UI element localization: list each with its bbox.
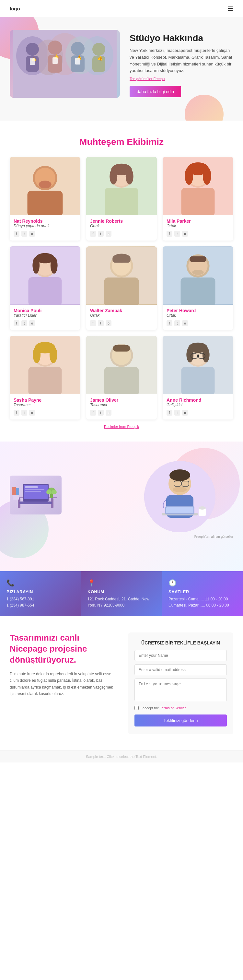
team-name-sasha: Sasha Payne — [14, 398, 76, 402]
twitter-icon[interactable]: t — [174, 410, 180, 415]
team-photo-mila — [163, 157, 233, 215]
svg-rect-95 — [16, 488, 19, 495]
team-card-jennie: Jennie Roberts Ortak f t o — [86, 157, 157, 240]
contact-text-phone: 1 (234) 567-891 1 (234) 987-654 — [6, 596, 75, 608]
cta-form-title: ÜCRETSIZ BİR TEKLİFLE BAŞLAYIN — [135, 640, 227, 646]
hamburger-icon[interactable]: ☰ — [227, 5, 233, 12]
team-credit[interactable]: Resimler from Freepik — [10, 425, 233, 429]
svg-point-111 — [173, 487, 187, 492]
facebook-icon[interactable]: f — [14, 410, 19, 415]
instagram-icon[interactable]: o — [29, 410, 35, 415]
svg-rect-97 — [25, 489, 44, 490]
twitter-icon[interactable]: t — [174, 231, 180, 237]
svg-rect-57 — [189, 256, 206, 262]
twitter-icon[interactable]: t — [21, 320, 27, 326]
svg-rect-20 — [75, 58, 80, 65]
team-role-peter: Ortak — [167, 313, 229, 318]
team-socials-sasha: f t o — [14, 410, 76, 415]
message-input[interactable] — [135, 679, 227, 701]
facebook-icon[interactable]: f — [90, 320, 96, 326]
submit-button[interactable]: Teklifinizi gönderin — [135, 714, 227, 727]
svg-point-10 — [71, 42, 84, 56]
contact-title-location: KONUM — [87, 589, 156, 594]
header: logo ☰ — [0, 0, 243, 17]
team-name-walter: Walter Zambak — [90, 308, 153, 313]
facebook-icon[interactable]: f — [167, 320, 172, 326]
message-group — [135, 679, 227, 703]
terms-link[interactable]: Terms of Service — [160, 706, 187, 710]
email-input[interactable] — [135, 664, 227, 675]
svg-point-105 — [170, 469, 190, 481]
team-role-monica: Yaratıcı Lider — [14, 313, 76, 318]
contact-card-hours: 🕐 SAATLER Pazartesi - Cuma .... 11:00 - … — [162, 571, 243, 616]
team-title: Muhteşem Ekibimiz — [10, 137, 233, 147]
team-info-anne: Anne Richmond Geliştirici f t o — [163, 394, 233, 420]
twitter-icon[interactable]: t — [21, 231, 27, 237]
desk-illustration — [10, 476, 62, 514]
logo: logo — [10, 6, 20, 11]
instagram-icon[interactable]: o — [182, 320, 188, 326]
contact-text-location: 121 Rock Caddesi, 21. Cadde, New York, N… — [87, 596, 156, 608]
svg-rect-73 — [181, 367, 214, 394]
team-name-jennie: Jennie Roberts — [90, 218, 153, 224]
svg-point-45 — [32, 257, 40, 274]
team-name-mila: Mila Parker — [167, 218, 229, 224]
facebook-icon[interactable]: f — [14, 231, 19, 237]
name-input[interactable] — [135, 650, 227, 661]
team-info-walter: Walter Zambak Ortak f t o — [86, 305, 157, 330]
facebook-icon[interactable]: f — [167, 231, 172, 237]
contact-title-hours: SAATLER — [168, 589, 237, 594]
instagram-icon[interactable]: o — [106, 320, 111, 326]
instagram-icon[interactable]: o — [29, 231, 35, 237]
hero-cta-button[interactable]: daha fazla bilgi edin — [130, 86, 181, 97]
team-card-anne: Anne Richmond Geliştirici f t o — [163, 336, 233, 420]
team-card-james: James Oliver Tasarımcı f t o — [86, 336, 157, 420]
terms-checkbox[interactable] — [135, 706, 139, 710]
svg-rect-35 — [181, 188, 214, 215]
feature-right — [126, 461, 233, 532]
facebook-icon[interactable]: f — [167, 410, 172, 415]
contact-card-location: 📍 KONUM 121 Rock Caddesi, 21. Cadde, New… — [81, 571, 162, 616]
team-card-monica: Monica Pouli Yaratıcı Lider f t o — [10, 247, 80, 330]
twitter-icon[interactable]: t — [174, 320, 180, 326]
instagram-icon[interactable]: o — [106, 231, 111, 237]
instagram-icon[interactable]: o — [182, 410, 188, 415]
hero-text: New York merkezli, maceraperest müşteril… — [130, 47, 233, 74]
facebook-icon[interactable]: f — [90, 410, 96, 415]
svg-point-8 — [48, 41, 62, 55]
svg-point-77 — [202, 347, 210, 363]
team-photo-monica — [10, 247, 80, 305]
hero-credit[interactable]: Ten görüntüler Freepik — [130, 77, 233, 81]
svg-point-110 — [199, 506, 206, 510]
team-socials-walter: f t o — [90, 320, 153, 326]
hero-title: Stüdyo Hakkında — [130, 33, 233, 43]
svg-point-64 — [33, 347, 40, 363]
instagram-icon[interactable]: o — [182, 231, 188, 237]
cta-heading: Tasarımınızı canlıNicepage projesinedönü… — [10, 633, 115, 665]
svg-point-65 — [49, 347, 57, 363]
team-info-mila: Mila Parker Ortak f t o — [163, 215, 233, 240]
team-role-mila: Ortak — [167, 224, 229, 228]
twitter-icon[interactable]: t — [98, 231, 104, 237]
team-name-anne: Anne Richmond — [167, 398, 229, 402]
instagram-icon[interactable]: o — [29, 320, 35, 326]
contact-text-hours: Pazartesi - Cuma .... 11:00 - 20:00 Cuma… — [168, 596, 237, 608]
team-photo-sasha — [10, 336, 80, 394]
twitter-icon[interactable]: t — [98, 410, 104, 415]
facebook-icon[interactable]: f — [14, 320, 19, 326]
team-socials-monica: f t o — [14, 320, 76, 326]
svg-rect-52 — [113, 256, 130, 263]
team-role-nat: Dünya çapında ortak — [14, 224, 76, 228]
clock-icon: 🕐 — [168, 579, 237, 587]
team-photo-anne — [163, 336, 233, 394]
facebook-icon[interactable]: f — [90, 231, 96, 237]
svg-rect-96 — [25, 486, 38, 488]
team-card-walter: Walter Zambak Ortak f t o — [86, 247, 157, 330]
svg-rect-55 — [181, 277, 215, 305]
instagram-icon[interactable]: o — [106, 410, 111, 415]
team-name-monica: Monica Pouli — [14, 308, 76, 313]
twitter-icon[interactable]: t — [98, 320, 104, 326]
twitter-icon[interactable]: t — [21, 410, 27, 415]
cta-form-box: ÜCRETSIZ BİR TEKLİFLE BAŞLAYIN I accept … — [128, 633, 233, 734]
team-socials-anne: f t o — [167, 410, 229, 415]
